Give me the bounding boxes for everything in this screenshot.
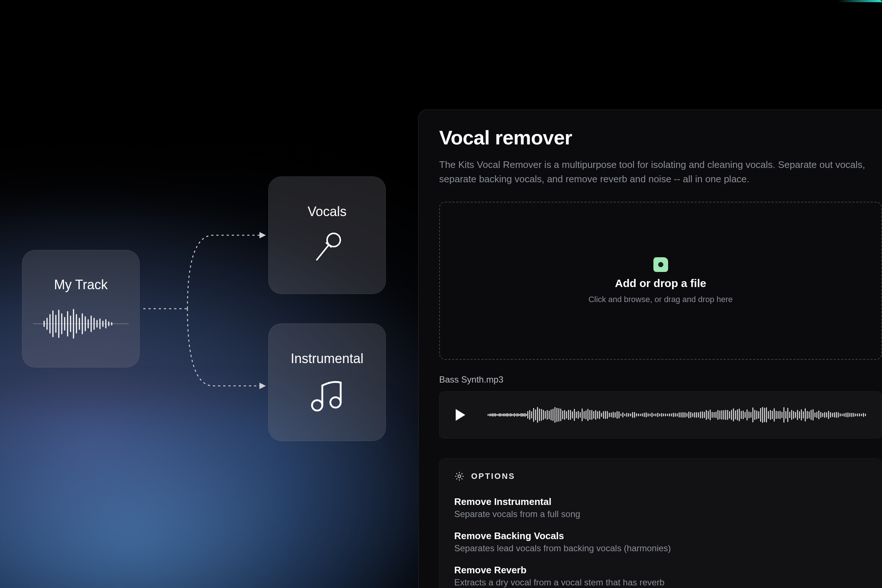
option-remove-reverb[interactable]: Remove Reverb Extracts a dry vocal from … bbox=[454, 564, 867, 588]
connector-arrows bbox=[140, 176, 279, 456]
instrumental-label: Instrumental bbox=[291, 351, 363, 366]
dropzone-subtitle: Click and browse, or drag and drop here bbox=[588, 295, 733, 304]
page-title: Vocal remover bbox=[439, 126, 882, 149]
microphone-icon bbox=[309, 230, 345, 266]
option-title: Remove Instrumental bbox=[454, 496, 867, 507]
source-track-label: My Track bbox=[54, 277, 108, 292]
vocals-card: Vocals bbox=[268, 176, 386, 294]
option-remove-instrumental[interactable]: Remove Instrumental Separate vocals from… bbox=[454, 496, 867, 519]
source-track-card: My Track bbox=[22, 250, 140, 368]
music-notes-icon bbox=[307, 376, 347, 413]
split-diagram: My Track bbox=[22, 176, 404, 456]
options-header-label: OPTIONS bbox=[471, 471, 515, 481]
svg-point-29 bbox=[330, 397, 340, 408]
option-title: Remove Backing Vocals bbox=[454, 530, 867, 542]
svg-point-238 bbox=[458, 475, 460, 477]
vocal-remover-panel: Vocal remover The Kits Vocal Remover is … bbox=[418, 110, 882, 588]
audio-player bbox=[439, 392, 882, 438]
player-waveform[interactable] bbox=[487, 402, 867, 428]
upload-file-icon bbox=[653, 257, 668, 272]
current-filename: Bass Synth.mp3 bbox=[439, 375, 882, 385]
dropzone-title: Add or drop a file bbox=[615, 277, 706, 290]
waveform-icon bbox=[33, 307, 129, 340]
play-button[interactable] bbox=[456, 409, 465, 421]
instrumental-card: Instrumental bbox=[268, 323, 386, 441]
option-desc: Extracts a dry vocal from a vocal stem t… bbox=[454, 578, 867, 588]
option-desc: Separate vocals from a full song bbox=[454, 509, 867, 519]
option-desc: Separates lead vocals from backing vocal… bbox=[454, 543, 867, 554]
vocals-label: Vocals bbox=[308, 204, 346, 219]
option-remove-backing-vocals[interactable]: Remove Backing Vocals Separates lead voc… bbox=[454, 530, 867, 554]
frame-accent bbox=[838, 0, 882, 2]
file-dropzone[interactable]: Add or drop a file Click and browse, or … bbox=[439, 202, 882, 360]
svg-line-26 bbox=[317, 245, 329, 260]
page-description: The Kits Vocal Remover is a multipurpose… bbox=[439, 158, 882, 186]
gear-icon bbox=[454, 471, 465, 482]
svg-point-28 bbox=[312, 400, 322, 411]
options-section: OPTIONS Remove Instrumental Separate voc… bbox=[439, 458, 882, 588]
option-title: Remove Reverb bbox=[454, 564, 867, 576]
